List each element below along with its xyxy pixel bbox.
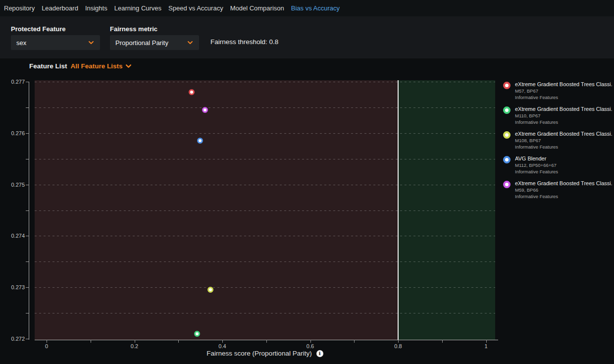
x-tick xyxy=(222,340,223,343)
tab-bias-vs-accuracy[interactable]: Bias vs Accuracy xyxy=(291,4,340,12)
feature-list-label: Feature List xyxy=(29,62,67,70)
legend-text: eXtreme Gradient Boosted Trees Classi...… xyxy=(515,81,612,100)
x-tick-label: 1 xyxy=(475,343,497,349)
y-tick xyxy=(26,261,29,262)
x-tick-label: 0.4 xyxy=(211,343,233,349)
chevron-down-icon xyxy=(88,39,95,46)
legend-model-title: eXtreme Gradient Boosted Trees Classi... xyxy=(515,106,612,112)
gridline xyxy=(35,210,495,211)
x-tick-label: 0.2 xyxy=(124,343,146,349)
fairness-metric-value: Proportional Parity xyxy=(115,39,168,47)
legend-featurelist: Informative Features xyxy=(515,119,612,125)
chevron-down-icon xyxy=(187,39,194,46)
legend-text: eXtreme Gradient Boosted Trees Classi...… xyxy=(515,180,612,199)
x-axis-title-row: Fairness score (Proportional Parity) i xyxy=(35,350,495,357)
top-nav: RepositoryLeaderboardInsightsLearning Cu… xyxy=(0,0,614,16)
feature-list-row: Feature List All Feature Lists xyxy=(29,62,132,70)
legend-model-subtitle: M59, BP66 xyxy=(515,187,612,193)
x-tick xyxy=(442,340,443,343)
fairness-threshold-line xyxy=(398,80,399,340)
fairness-metric-label: Fairness metric xyxy=(110,25,157,33)
legend-text: eXtreme Gradient Boosted Trees Classi...… xyxy=(515,131,612,150)
tab-leaderboard[interactable]: Leaderboard xyxy=(42,4,78,12)
y-tick xyxy=(26,339,29,339)
x-tick-label: 0.6 xyxy=(300,343,321,349)
gridline xyxy=(35,185,495,185)
legend-item[interactable]: eXtreme Gradient Boosted Trees Classi...… xyxy=(503,180,614,199)
legend-item[interactable]: eXtreme Gradient Boosted Trees Classi...… xyxy=(503,81,614,100)
legend-item[interactable]: eXtreme Gradient Boosted Trees Classi...… xyxy=(503,131,614,150)
info-icon[interactable]: i xyxy=(316,350,323,357)
legend-model-title: AVG Blender xyxy=(515,156,558,161)
y-tick xyxy=(26,107,29,108)
legend-featurelist: Informative Features xyxy=(515,95,612,100)
x-axis-title: Fairness score (Proportional Parity) xyxy=(206,350,311,357)
chevron-down-icon xyxy=(125,62,132,70)
gridline xyxy=(35,82,495,82)
legend-model-title: eXtreme Gradient Boosted Trees Classi... xyxy=(515,180,612,186)
feature-list-value: All Feature Lists xyxy=(71,62,123,70)
data-point-M110[interactable] xyxy=(194,331,200,337)
tab-learning-curves[interactable]: Learning Curves xyxy=(114,4,161,12)
x-tick xyxy=(47,340,47,343)
protected-feature-value: sex xyxy=(16,39,26,47)
y-tick xyxy=(26,82,29,82)
tab-speed-vs-accuracy[interactable]: Speed vs Accuracy xyxy=(168,4,223,12)
y-tick-label: 0.275 xyxy=(4,182,25,188)
legend-dot-icon xyxy=(503,131,511,139)
gridline xyxy=(35,133,495,134)
x-tick xyxy=(354,340,355,343)
gridline xyxy=(35,159,495,159)
x-tick xyxy=(178,340,179,343)
y-tick-label: 0.273 xyxy=(4,284,25,290)
legend-item[interactable]: eXtreme Gradient Boosted Trees Classi...… xyxy=(503,106,614,125)
tab-insights[interactable]: Insights xyxy=(85,4,107,12)
legend-model-subtitle: M57, BP67 xyxy=(515,88,612,94)
legend-dot-icon xyxy=(503,106,511,114)
y-axis-line xyxy=(29,82,29,340)
legend-text: AVG BlenderM112, BP50+66+67Informative F… xyxy=(515,156,558,174)
legend-dot-icon xyxy=(503,156,511,163)
legend-featurelist: Informative Features xyxy=(515,169,558,174)
y-tick xyxy=(26,313,29,313)
x-tick xyxy=(91,340,91,343)
gridline xyxy=(35,287,495,288)
tab-model-comparison[interactable]: Model Comparison xyxy=(230,4,284,12)
fairness-metric-select[interactable]: Proportional Parity xyxy=(110,35,199,50)
legend-item[interactable]: AVG BlenderM112, BP50+66+67Informative F… xyxy=(503,156,614,174)
y-tick xyxy=(26,133,29,134)
x-tick xyxy=(486,340,487,343)
x-tick xyxy=(266,340,267,343)
gridline xyxy=(35,107,495,108)
legend-featurelist: Informative Features xyxy=(515,144,612,150)
fairness-threshold-text: Fairness threshold: 0.8 xyxy=(210,38,278,46)
y-tick xyxy=(26,185,29,185)
legend-model-subtitle: M110, BP67 xyxy=(515,113,612,118)
legend-model-subtitle: M112, BP50+66+67 xyxy=(515,162,558,168)
y-tick xyxy=(26,159,29,159)
x-tick xyxy=(398,340,399,343)
legend-model-title: eXtreme Gradient Boosted Trees Classi... xyxy=(515,81,612,87)
x-tick xyxy=(135,340,135,343)
legend-dot-icon xyxy=(503,82,511,89)
legend-model-title: eXtreme Gradient Boosted Trees Classi... xyxy=(515,131,612,137)
y-tick xyxy=(26,236,29,236)
data-point-M57[interactable] xyxy=(189,89,195,95)
gridline xyxy=(35,261,495,262)
tab-repository[interactable]: Repository xyxy=(4,4,35,12)
y-tick-label: 0.274 xyxy=(4,233,25,239)
y-tick xyxy=(26,210,29,211)
y-tick-label: 0.272 xyxy=(4,336,25,342)
gridline xyxy=(35,313,495,313)
legend-featurelist: Informative Features xyxy=(515,194,612,199)
x-tick-label: 0 xyxy=(36,343,57,349)
gridline xyxy=(35,236,495,236)
legend-model-subtitle: M108, BP67 xyxy=(515,138,612,143)
protected-feature-label: Protected Feature xyxy=(11,25,66,33)
feature-list-dropdown[interactable]: All Feature Lists xyxy=(71,62,132,70)
y-tick xyxy=(26,287,29,288)
chart-legend: eXtreme Gradient Boosted Trees Classi...… xyxy=(503,81,614,205)
protected-feature-select[interactable]: sex xyxy=(11,35,100,50)
legend-dot-icon xyxy=(503,181,511,188)
x-tick-label: 0.8 xyxy=(387,343,409,349)
